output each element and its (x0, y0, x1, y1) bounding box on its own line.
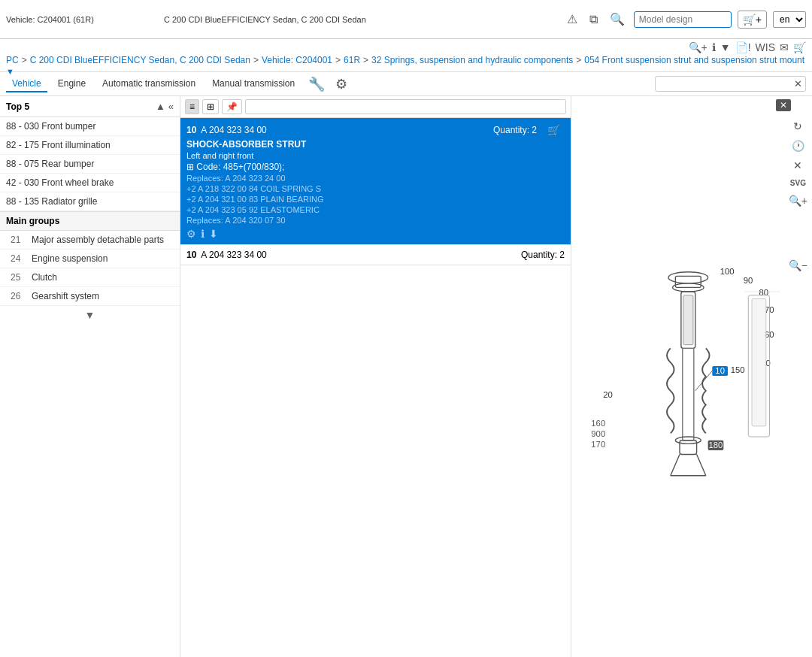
svg-text:900: 900 (591, 429, 605, 438)
top-bar-icons: ⚠ ⧉ 🔍 🛒+ en de (564, 11, 806, 29)
model-name: C 200 CDI BlueEFFICIENCY Sedan, C 200 CD… (164, 15, 556, 24)
sidebar-item-front-illumination[interactable]: 82 - 175 Front illumination (0, 136, 180, 155)
info-icon[interactable]: ℹ (712, 41, 716, 53)
tab-vehicle[interactable]: Vehicle (6, 76, 47, 92)
diagram-rotate-icon[interactable]: ↻ (787, 119, 809, 134)
svg-text:150: 150 (731, 365, 745, 374)
svg-text:100: 100 (720, 267, 735, 276)
parts-toolbar: ≡ ⊞ 📌 (180, 96, 571, 118)
tab-engine[interactable]: Engine (52, 76, 92, 92)
svg-rect-8 (675, 276, 701, 287)
breadcrumb-61r[interactable]: 61R (344, 55, 360, 65)
grid-view-button[interactable]: ⊞ (202, 99, 219, 114)
search-icon-top[interactable]: 🔍 (607, 11, 628, 28)
parts-list: 10 A 204 323 34 00 Quantity: 2 🛒 SHOCK-A… (180, 118, 571, 657)
sidebar-item-major-assembly[interactable]: 21 Major assembly detachable parts (0, 231, 180, 250)
sidebar: Top 5 ▲ « 88 - 030 Front bumper 82 - 175… (0, 96, 180, 657)
svg-text:20: 20 (603, 390, 613, 399)
part-info-icon[interactable]: ⚙ (186, 228, 196, 240)
zoom-in-icon[interactable]: 🔍+ (689, 41, 707, 53)
part-doc-icon[interactable]: ℹ (201, 228, 205, 240)
diagram-history-icon[interactable]: 🕐 (787, 138, 809, 153)
breadcrumb-pc[interactable]: PC (6, 55, 19, 65)
replaces-link-1[interactable]: Replaces: A 204 323 24 00 (186, 174, 565, 183)
top5-collapse-icon[interactable]: ▲ (156, 101, 165, 112)
sidebar-item-radiator-grille[interactable]: 88 - 135 Radiator grille (0, 192, 180, 211)
tab-search-clear[interactable]: ✕ (791, 77, 805, 91)
sidebar-item-front-bumper[interactable]: 88 - 030 Front bumper (0, 117, 180, 136)
extra-link-2[interactable]: +2 A 204 321 00 83 PLAIN BEARING (186, 195, 565, 204)
diagram-close-x-icon[interactable]: ✕ (787, 158, 809, 173)
copy-icon[interactable]: ⧉ (586, 11, 601, 28)
breadcrumb-springs[interactable]: 32 Springs, suspension and hydraulic com… (371, 55, 573, 65)
top5-header: Top 5 ▲ « (0, 96, 180, 117)
pin-button[interactable]: 📌 (222, 99, 242, 114)
add-to-cart-button[interactable]: 🛒+ (738, 11, 767, 29)
sidebar-scroll-down[interactable]: ▼ (85, 309, 95, 321)
document-alert-icon[interactable]: 📄! (735, 41, 751, 53)
cart-icon[interactable]: 🛒 (793, 41, 806, 53)
wis-icon[interactable]: WIS (756, 41, 775, 53)
sidebar-item-rear-bumper[interactable]: 88 - 075 Rear bumper (0, 155, 180, 174)
svg-rect-11 (683, 295, 693, 345)
svg-text:180: 180 (709, 441, 723, 450)
replaces-link-2[interactable]: Replaces: A 204 320 07 30 (186, 216, 565, 225)
diagram-zoom-in-icon[interactable]: 🔍+ (787, 193, 809, 208)
part-download-icon[interactable]: ⬇ (209, 228, 218, 240)
breadcrumb-054[interactable]: 054 Front suspension strut and suspensio… (584, 55, 804, 65)
parts-search-input[interactable] (245, 99, 566, 114)
diagram-close-button[interactable]: ✕ (776, 99, 791, 111)
language-select[interactable]: en de (773, 11, 806, 28)
svg-rect-14 (680, 441, 697, 455)
diagram-image: 100 90 80 70 60 50 40 (583, 256, 801, 497)
tab-search-input[interactable] (656, 77, 791, 91)
svg-point-7 (668, 272, 708, 283)
model-search-input[interactable] (634, 11, 732, 28)
parts-panel: ≡ ⊞ 📌 10 A 204 323 34 00 Quantity: 2 🛒 S… (180, 96, 571, 657)
diagram-zoom-out-icon[interactable]: 🔍− (787, 258, 809, 273)
sidebar-item-clutch[interactable]: 25 Clutch (0, 268, 180, 287)
extra-link-1[interactable]: +2 A 218 322 00 84 COIL SPRING S (186, 184, 565, 193)
svg-text:170: 170 (591, 440, 605, 449)
svg-text:10: 10 (715, 366, 725, 375)
svg-text:90: 90 (744, 276, 753, 285)
tab-manual-trans[interactable]: Manual transmission (206, 76, 301, 92)
extra-link-3[interactable]: +2 A 204 323 05 92 ELASTOMERIC (186, 205, 565, 214)
top-bar: Vehicle: C204001 (61R) C 200 CDI BlueEFF… (0, 0, 812, 39)
filter-icon[interactable]: ▼ (720, 41, 731, 53)
sidebar-item-front-wheel-brake[interactable]: 42 - 030 Front wheel brake (0, 174, 180, 192)
mail-icon[interactable]: ✉ (780, 41, 789, 53)
vehicle-id: Vehicle: C204001 (61R) (6, 15, 156, 24)
breadcrumb-model[interactable]: C 200 CDI BlueEFFICIENCY Sedan, C 200 CD… (30, 55, 250, 65)
list-view-button[interactable]: ≡ (185, 99, 199, 114)
svg-rect-12 (683, 348, 694, 440)
settings-icon[interactable]: ⚙ (332, 74, 350, 94)
svg-text:160: 160 (591, 419, 605, 428)
svg-rect-26 (752, 298, 766, 425)
warning-icon[interactable]: ⚠ (564, 11, 580, 28)
breadcrumb: 🔍+ ℹ ▼ 📄! WIS ✉ 🛒 PC > C 200 CDI BlueEFF… (0, 39, 812, 72)
sidebar-item-engine-suspension[interactable]: 24 Engine suspension (0, 250, 180, 268)
add-part-to-cart[interactable]: 🛒 (543, 123, 565, 138)
top5-expand-icon[interactable]: « (168, 101, 174, 112)
breadcrumb-dropdown-icon[interactable]: ▼ (6, 67, 14, 76)
main-groups-header: Main groups (0, 211, 180, 231)
tab-auto-trans[interactable]: Automatic transmission (96, 76, 201, 92)
parts-list-item[interactable]: 10 A 204 323 34 00 Quantity: 2 (180, 245, 571, 265)
parts-list-item[interactable]: 10 A 204 323 34 00 Quantity: 2 🛒 SHOCK-A… (180, 118, 571, 245)
main-area: Top 5 ▲ « 88 - 030 Front bumper 82 - 175… (0, 96, 812, 657)
wrench-icon[interactable]: 🔧 (305, 74, 328, 94)
top5-label: Top 5 (6, 101, 29, 112)
diagram-svg-icon[interactable]: SVG (787, 177, 809, 189)
breadcrumb-vehicle[interactable]: Vehicle: C204001 (262, 55, 332, 65)
diagram-panel: ✕ ↻ 🕐 ✕ SVG 🔍+ 🔍− 100 90 80 70 60 50 40 (571, 96, 812, 657)
diagram-side-toolbar: ↻ 🕐 ✕ SVG 🔍+ 🔍− (787, 119, 809, 273)
sidebar-item-gearshift[interactable]: 26 Gearshift system (0, 287, 180, 306)
